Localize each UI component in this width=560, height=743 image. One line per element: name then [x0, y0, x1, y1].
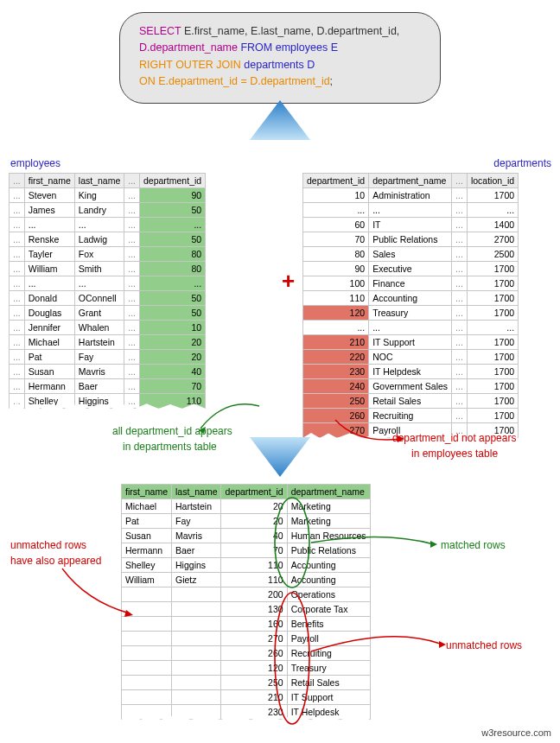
svg-marker-5: [430, 541, 437, 548]
arrow-up-icon: [250, 100, 310, 140]
table-row: ...ShelleyHiggins...110: [10, 394, 206, 409]
table-row: MichaelHartstein20Marketing: [122, 499, 371, 514]
note-unmatched-appeared-2: have also appeared: [10, 555, 101, 567]
table-row: PatFay20Marketing: [122, 514, 371, 529]
table-row: ...StevenKing...90: [10, 188, 206, 203]
employees-label: employees: [10, 157, 60, 169]
col-dept-name: department_name: [369, 174, 452, 188]
table-row: 240Government Sales...1700: [303, 379, 519, 394]
table-row: 210IT Support...1700: [303, 335, 519, 350]
note-not-in-emp-1: department_id not appears: [392, 432, 516, 444]
result-table-container: first_namelast_namedepartment_iddepartme…: [121, 484, 371, 720]
table-row: ...SusanMavris...40: [10, 365, 206, 379]
col-dept-id: department_id: [140, 174, 206, 188]
note-unmatched-appeared-1: unmatched rows: [10, 539, 86, 551]
table-row: ...JenniferWhalen...10: [10, 321, 206, 335]
col-last-name: last_name: [74, 174, 124, 188]
table-row: ...TaylerFox...80: [10, 247, 206, 262]
sql-select: SELECT: [139, 25, 181, 37]
table-row: 90Executive...1700: [303, 262, 519, 276]
table-row: 260Recruiting...1700: [303, 409, 519, 423]
table-row: ...............: [10, 218, 206, 232]
table-row: 270Payroll: [122, 632, 371, 646]
svg-marker-0: [250, 100, 310, 140]
table-row: 80Sales...2500: [303, 247, 519, 262]
sql-query-bubble: SELECT E.first_name, E.last_name, D.depa…: [119, 12, 441, 104]
col-dept-id: department_id: [221, 485, 287, 499]
table-row: ...DonaldOConnell...50: [10, 291, 206, 306]
table-row: ...RenskeLadwig...50: [10, 232, 206, 247]
note-all-dept-1: all department_id appears: [112, 425, 232, 437]
note-matched: matched rows: [441, 539, 506, 551]
table-row: 250Retail Sales...1700: [303, 394, 519, 409]
svg-marker-3: [250, 437, 310, 477]
table-row: WilliamGietz110Accounting: [122, 573, 371, 587]
departments-table-container: department_iddepartment_name...location_…: [302, 173, 519, 438]
table-row: ...WilliamSmith...80: [10, 262, 206, 276]
table-row: 70Public Relations...2700: [303, 232, 519, 247]
table-row: 220NOC...1700: [303, 350, 519, 365]
note-unmatched: unmatched rows: [446, 639, 522, 651]
note-all-dept-2: in departments table: [123, 441, 217, 453]
table-row: SusanMavris40Human Resources: [122, 529, 371, 543]
employees-table: ...first_namelast_name...department_id..…: [9, 173, 206, 409]
col-loc-id: location_id: [467, 174, 518, 188]
table-row: 230IT Helpdesk: [122, 705, 371, 720]
svg-marker-7: [439, 641, 446, 648]
table-row: 100Finance...1700: [303, 276, 519, 291]
table-row: ............: [303, 203, 519, 218]
credit-label: w3resource.com: [481, 727, 551, 738]
table-row: 10Administration...1700: [303, 188, 519, 203]
col-dept-id: department_id: [303, 174, 369, 188]
table-row: 120Treasury...1700: [303, 306, 519, 321]
table-row: ...MichaelHartstein...20: [10, 335, 206, 350]
employees-table-container: ...first_namelast_name...department_id..…: [9, 173, 206, 409]
table-row: 60IT...1400: [303, 218, 519, 232]
col-first-name: first_name: [24, 174, 74, 188]
table-row: 160Benefits: [122, 617, 371, 632]
table-row: ...PatFay...20: [10, 350, 206, 365]
table-row: ...HermannBaer...70: [10, 379, 206, 394]
plus-icon: +: [282, 268, 295, 295]
table-row: 200Operations: [122, 587, 371, 602]
table-row: ...............: [10, 276, 206, 291]
departments-label: departments: [493, 157, 551, 169]
table-row: ...JamesLandry...50: [10, 203, 206, 218]
table-row: 230IT Helpdesk...1700: [303, 365, 519, 379]
result-table: first_namelast_namedepartment_iddepartme…: [121, 484, 371, 720]
table-row: ShelleyHiggins110Accounting: [122, 558, 371, 573]
arrow-down-icon: [250, 437, 310, 477]
col-first-name: first_name: [122, 485, 172, 499]
table-row: 210IT Support: [122, 690, 371, 705]
col-last-name: last_name: [172, 485, 221, 499]
col-dept-name: department_name: [287, 485, 370, 499]
table-row: 110Accounting...1700: [303, 291, 519, 306]
table-row: 260Recruiting: [122, 646, 371, 661]
note-not-in-emp-2: in employees table: [411, 448, 498, 460]
table-row: ............: [303, 321, 519, 335]
table-row: 130Corporate Tax: [122, 602, 371, 617]
table-row: ...DouglasGrant...50: [10, 306, 206, 321]
departments-table: department_iddepartment_name...location_…: [302, 173, 519, 438]
table-row: 250Retail Sales: [122, 676, 371, 690]
table-row: 120Treasury: [122, 661, 371, 676]
table-row: HermannBaer70Public Relations: [122, 543, 371, 558]
